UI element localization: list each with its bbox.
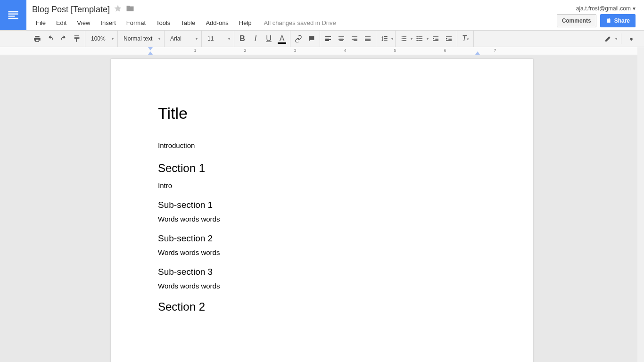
menu-insert[interactable]: Insert xyxy=(97,18,120,27)
lock-icon xyxy=(606,17,611,25)
title-area: Blog Post [Template] File Edit View Inse… xyxy=(26,0,557,30)
ruler-tick: 3 xyxy=(294,48,296,53)
comments-button[interactable]: Comments xyxy=(557,14,596,27)
document-canvas[interactable]: Title Introduction Section 1 Intro Sub-s… xyxy=(0,55,644,362)
scrollbar[interactable] xyxy=(637,47,644,362)
share-label: Share xyxy=(614,17,630,24)
ruler-tick: 5 xyxy=(394,48,396,53)
chevron-down-icon: ▾ xyxy=(615,37,617,41)
doc-body-3[interactable]: Words words words xyxy=(158,282,486,290)
ruler-tick: 7 xyxy=(494,48,496,53)
doc-body-1[interactable]: Words words words xyxy=(158,215,486,223)
size-value: 11 xyxy=(207,35,214,42)
italic-icon[interactable]: I xyxy=(249,33,262,45)
menu-table[interactable]: Table xyxy=(177,18,199,27)
clear-formatting-icon[interactable]: Tx xyxy=(459,33,471,45)
svg-point-2 xyxy=(416,40,418,41)
ruler-tick: 1 xyxy=(194,48,196,53)
page[interactable]: Title Introduction Section 1 Intro Sub-s… xyxy=(111,59,533,362)
menu-tools[interactable]: Tools xyxy=(152,18,174,27)
user-email-text: aja.t.frost@gmail.com xyxy=(576,5,631,12)
menu-file[interactable]: File xyxy=(32,18,50,27)
zoom-select[interactable]: 100% xyxy=(87,33,116,44)
print-icon[interactable] xyxy=(31,33,43,45)
star-icon[interactable] xyxy=(114,4,122,15)
doc-subsection-1[interactable]: Sub-section 1 xyxy=(158,200,486,210)
align-left-icon[interactable] xyxy=(322,33,334,45)
font-select[interactable]: Arial xyxy=(166,33,199,44)
decrease-indent-icon[interactable] xyxy=(429,33,442,45)
docs-logo[interactable] xyxy=(0,0,26,30)
style-value: Normal text xyxy=(124,35,152,42)
doc-section-2[interactable]: Section 2 xyxy=(158,300,486,313)
workspace: 1 2 3 4 5 6 7 Title Introduction Section… xyxy=(0,47,644,362)
doc-body-2[interactable]: Words words words xyxy=(158,248,486,256)
doc-section-1[interactable]: Section 1 xyxy=(158,162,486,175)
menu-bar: File Edit View Insert Format Tools Table… xyxy=(32,16,551,29)
doc-subsection-2[interactable]: Sub-section 2 xyxy=(158,233,486,244)
ruler-tick: 4 xyxy=(344,48,346,53)
redo-icon[interactable] xyxy=(58,33,70,45)
share-button[interactable]: Share xyxy=(600,14,636,27)
save-status: All changes saved in Drive xyxy=(264,19,336,26)
ruler-tick: 2 xyxy=(244,48,246,53)
menu-format[interactable]: Format xyxy=(123,18,149,27)
zoom-value: 100% xyxy=(91,35,106,42)
align-center-icon[interactable] xyxy=(335,33,347,45)
numbered-list-icon[interactable] xyxy=(397,33,410,45)
ruler-tick: 6 xyxy=(444,48,446,53)
align-right-icon[interactable] xyxy=(348,33,361,45)
ruler[interactable]: 1 2 3 4 5 6 7 xyxy=(0,47,644,55)
font-size-select[interactable]: 11 xyxy=(204,33,232,44)
doc-section-1-intro[interactable]: Intro xyxy=(158,181,486,189)
svg-point-1 xyxy=(416,38,418,40)
undo-icon[interactable] xyxy=(44,33,57,45)
font-value: Arial xyxy=(170,35,182,42)
doc-subsection-3[interactable]: Sub-section 3 xyxy=(158,267,486,277)
document-title[interactable]: Blog Post [Template] xyxy=(32,5,110,15)
underline-icon[interactable]: U xyxy=(263,33,275,45)
menu-addons[interactable]: Add-ons xyxy=(202,18,232,27)
header: Blog Post [Template] File Edit View Inse… xyxy=(0,0,644,30)
chevron-down-icon: ▾ xyxy=(633,5,636,12)
doc-title-heading[interactable]: Title xyxy=(158,104,486,123)
comment-icon[interactable] xyxy=(305,33,318,45)
chevron-down-icon: ▾ xyxy=(427,37,429,41)
folder-icon[interactable] xyxy=(126,4,134,15)
menu-help[interactable]: Help xyxy=(235,18,256,27)
chevron-down-icon: ▾ xyxy=(411,37,413,41)
doc-intro[interactable]: Introduction xyxy=(158,141,486,149)
increase-indent-icon[interactable] xyxy=(443,33,455,45)
bold-icon[interactable]: B xyxy=(236,33,248,45)
align-justify-icon[interactable] xyxy=(362,33,374,45)
chevron-down-icon: ▾ xyxy=(391,37,393,41)
toolbar: 100% Normal text Arial 11 B I U A ▾ ▾ ▾ … xyxy=(0,30,644,47)
text-color-icon[interactable]: A xyxy=(276,33,288,45)
hide-menus-icon[interactable] xyxy=(625,33,637,45)
menu-edit[interactable]: Edit xyxy=(52,18,70,27)
editing-mode-icon[interactable] xyxy=(602,33,614,45)
separator xyxy=(621,33,621,44)
user-area: aja.t.frost@gmail.com ▾ Comments Share xyxy=(557,0,644,30)
line-spacing-icon[interactable] xyxy=(378,33,390,45)
style-select[interactable]: Normal text xyxy=(120,33,162,44)
right-margin-marker[interactable] xyxy=(475,51,480,55)
bulleted-list-icon[interactable] xyxy=(413,33,426,45)
link-icon[interactable] xyxy=(292,33,305,45)
user-email[interactable]: aja.t.frost@gmail.com ▾ xyxy=(576,5,636,12)
paint-format-icon[interactable] xyxy=(71,33,83,45)
menu-view[interactable]: View xyxy=(73,18,94,27)
svg-point-0 xyxy=(416,36,418,38)
indent-marker-top[interactable] xyxy=(148,47,153,50)
indent-marker-bottom[interactable] xyxy=(148,51,153,55)
